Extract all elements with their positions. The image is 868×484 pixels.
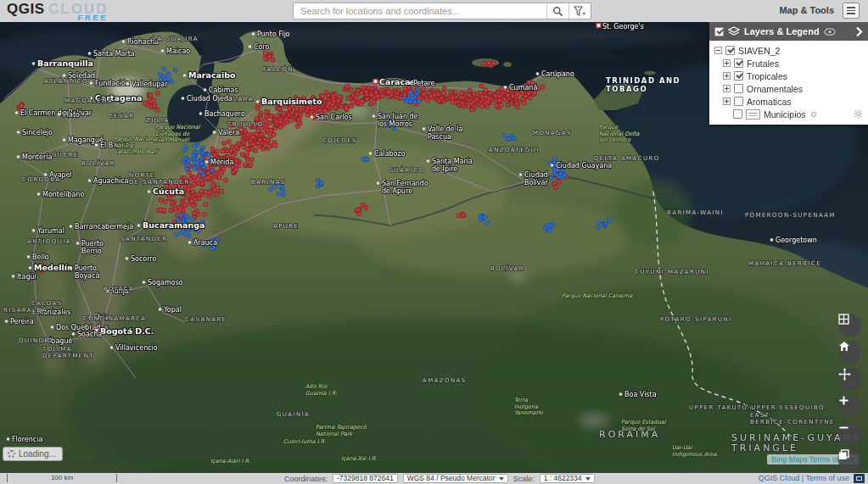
red-data-marker[interactable]: [186, 187, 189, 191]
red-data-marker[interactable]: [374, 91, 378, 94]
scale-select[interactable]: 1 : 4622334: [540, 474, 595, 483]
red-data-marker[interactable]: [488, 97, 491, 100]
red-data-marker[interactable]: [234, 159, 238, 162]
red-data-marker[interactable]: [290, 111, 294, 114]
red-data-marker[interactable]: [468, 88, 472, 92]
red-data-marker[interactable]: [480, 104, 484, 108]
blue-data-marker[interactable]: [508, 136, 512, 141]
blue-data-marker[interactable]: [408, 100, 412, 104]
red-data-marker[interactable]: [506, 94, 509, 97]
red-data-marker[interactable]: [299, 113, 302, 116]
red-data-marker[interactable]: [454, 91, 457, 94]
red-data-marker[interactable]: [227, 140, 231, 143]
red-data-marker[interactable]: [347, 97, 350, 100]
map-tools-button[interactable]: Map & Tools: [779, 5, 834, 15]
red-data-marker[interactable]: [237, 142, 240, 146]
red-data-marker[interactable]: [277, 107, 281, 110]
red-data-marker[interactable]: [423, 92, 426, 96]
red-data-marker[interactable]: [143, 102, 147, 105]
red-data-marker[interactable]: [376, 94, 379, 97]
red-data-marker[interactable]: [479, 85, 483, 88]
red-data-marker[interactable]: [159, 198, 162, 202]
layer-row-municipios[interactable]: Municipios: [714, 108, 865, 120]
menu-icon[interactable]: [843, 3, 860, 19]
blue-data-marker[interactable]: [210, 170, 215, 174]
red-data-marker[interactable]: [552, 182, 556, 186]
red-data-marker[interactable]: [178, 209, 182, 212]
red-data-marker[interactable]: [256, 141, 260, 144]
red-data-marker[interactable]: [387, 90, 390, 93]
red-data-marker[interactable]: [511, 94, 514, 97]
red-data-marker[interactable]: [479, 92, 482, 95]
red-data-marker[interactable]: [467, 104, 470, 108]
expand-icon[interactable]: [723, 72, 731, 80]
red-data-marker[interactable]: [217, 175, 221, 179]
red-data-marker[interactable]: [290, 119, 294, 122]
blue-data-marker[interactable]: [199, 157, 204, 161]
red-data-marker[interactable]: [540, 85, 544, 88]
red-data-marker[interactable]: [197, 197, 200, 200]
blue-data-marker[interactable]: [185, 167, 189, 171]
blue-data-marker[interactable]: [200, 152, 204, 156]
red-data-marker[interactable]: [267, 55, 271, 58]
layers-master-checkbox[interactable]: [714, 27, 724, 36]
collapse-icon[interactable]: [714, 47, 722, 54]
red-data-marker[interactable]: [460, 96, 463, 99]
red-data-marker[interactable]: [269, 114, 272, 118]
visibility-eye-icon[interactable]: [824, 28, 836, 36]
blue-data-marker[interactable]: [268, 187, 272, 192]
panel-collapse-chevron[interactable]: [855, 26, 863, 37]
red-data-marker[interactable]: [273, 126, 277, 130]
red-data-marker[interactable]: [254, 148, 257, 152]
red-data-marker[interactable]: [495, 104, 498, 108]
coordinates-value[interactable]: -7329818 872641: [333, 474, 398, 483]
red-data-marker[interactable]: [204, 190, 207, 193]
red-data-marker[interactable]: [225, 149, 228, 153]
home-button[interactable]: [838, 341, 861, 364]
blue-data-marker[interactable]: [193, 150, 197, 154]
blue-data-marker[interactable]: [320, 181, 324, 186]
red-data-marker[interactable]: [155, 92, 159, 95]
red-data-marker[interactable]: [276, 114, 279, 117]
red-data-marker[interactable]: [327, 93, 330, 97]
blue-data-marker[interactable]: [182, 160, 186, 164]
expand-icon[interactable]: [723, 59, 731, 67]
blue-data-marker[interactable]: [417, 99, 422, 103]
blue-data-marker[interactable]: [175, 232, 179, 236]
red-data-marker[interactable]: [263, 57, 266, 60]
search-input[interactable]: [294, 3, 546, 19]
red-data-marker[interactable]: [259, 117, 262, 120]
layers-panel-header[interactable]: Layers & Legend: [709, 22, 868, 41]
red-data-marker[interactable]: [260, 132, 263, 136]
red-data-marker[interactable]: [159, 208, 162, 211]
red-data-marker[interactable]: [273, 144, 277, 147]
red-data-marker[interactable]: [220, 171, 223, 175]
blue-data-marker[interactable]: [552, 158, 557, 162]
blue-data-marker[interactable]: [361, 158, 366, 162]
blue-data-marker[interactable]: [207, 153, 211, 157]
red-data-marker[interactable]: [361, 86, 365, 89]
layer-row[interactable]: Ornamentales: [714, 82, 865, 95]
red-data-marker[interactable]: [529, 96, 532, 99]
red-data-marker[interactable]: [153, 103, 156, 107]
red-data-marker[interactable]: [442, 92, 445, 95]
print-button[interactable]: [838, 449, 861, 472]
blue-data-marker[interactable]: [552, 170, 557, 175]
red-data-marker[interactable]: [396, 89, 400, 92]
terms-of-use-link[interactable]: Terms of use: [805, 474, 849, 482]
red-data-marker[interactable]: [251, 135, 255, 138]
red-data-marker[interactable]: [244, 164, 247, 167]
blue-data-marker[interactable]: [479, 214, 483, 219]
red-data-marker[interactable]: [462, 214, 465, 217]
red-data-marker[interactable]: [356, 208, 360, 211]
blue-data-marker[interactable]: [608, 219, 612, 223]
red-data-marker[interactable]: [234, 168, 238, 171]
red-data-marker[interactable]: [149, 105, 153, 108]
blue-data-marker[interactable]: [202, 165, 206, 170]
red-data-marker[interactable]: [510, 102, 513, 105]
red-data-marker[interactable]: [328, 102, 331, 105]
red-data-marker[interactable]: [299, 107, 302, 110]
red-data-marker[interactable]: [152, 98, 155, 102]
blue-data-marker[interactable]: [210, 247, 215, 251]
red-data-marker[interactable]: [265, 110, 268, 114]
